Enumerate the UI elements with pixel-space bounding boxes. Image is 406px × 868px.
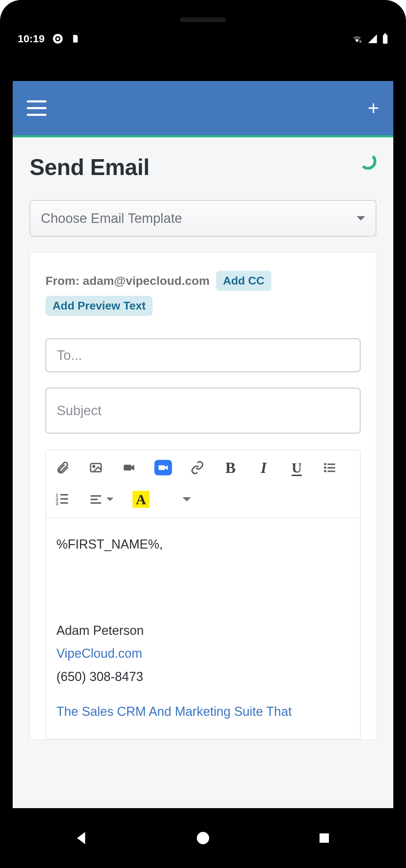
recents-button[interactable] bbox=[314, 828, 335, 849]
text-highlight-button[interactable]: A bbox=[133, 491, 149, 508]
compose-card: From: adam@vipecloud.com Add CC Add Prev… bbox=[30, 252, 376, 740]
app-header: + bbox=[13, 81, 393, 137]
svg-rect-17 bbox=[60, 494, 68, 495]
svg-rect-23 bbox=[91, 499, 98, 500]
signature-link[interactable]: VipeCloud.com bbox=[56, 646, 142, 661]
align-button[interactable] bbox=[88, 492, 104, 507]
image-icon[interactable] bbox=[88, 460, 104, 475]
svg-rect-4 bbox=[383, 35, 388, 44]
dnd-icon bbox=[53, 33, 63, 44]
svg-rect-22 bbox=[91, 495, 101, 497]
system-nav-bar bbox=[0, 808, 406, 868]
svg-point-12 bbox=[324, 467, 326, 469]
svg-text:x: x bbox=[359, 39, 362, 43]
highlight-dropdown-icon[interactable] bbox=[179, 492, 195, 507]
status-time: 10:19 bbox=[18, 33, 45, 45]
add-preview-text-button[interactable]: Add Preview Text bbox=[45, 296, 153, 316]
svg-rect-19 bbox=[60, 498, 68, 500]
to-field[interactable] bbox=[45, 338, 361, 372]
svg-text:3: 3 bbox=[56, 501, 58, 506]
svg-rect-26 bbox=[320, 833, 329, 843]
device-speaker bbox=[180, 18, 226, 22]
add-cc-button[interactable]: Add CC bbox=[216, 271, 271, 291]
signature-phone: (650) 308-8473 bbox=[56, 666, 350, 687]
app-viewport: + Send Email Choose Email Template From:… bbox=[13, 81, 393, 808]
subject-field[interactable] bbox=[45, 388, 361, 433]
svg-point-2 bbox=[56, 37, 59, 40]
italic-button[interactable]: I bbox=[256, 460, 271, 475]
zoom-meeting-icon[interactable] bbox=[154, 460, 172, 475]
numbered-list-button[interactable]: 123 bbox=[55, 492, 70, 507]
svg-rect-24 bbox=[91, 502, 101, 504]
wifi-icon: x bbox=[351, 33, 363, 44]
template-select-label: Choose Email Template bbox=[41, 211, 182, 226]
chevron-down-icon bbox=[357, 216, 365, 220]
signature-tagline[interactable]: The Sales CRM And Marketing Suite That bbox=[56, 704, 292, 719]
video-icon[interactable] bbox=[121, 460, 137, 475]
attachment-icon[interactable] bbox=[55, 460, 70, 475]
template-select[interactable]: Choose Email Template bbox=[30, 200, 376, 237]
svg-rect-21 bbox=[60, 502, 68, 504]
back-button[interactable] bbox=[71, 828, 92, 849]
svg-point-10 bbox=[324, 463, 326, 466]
svg-rect-5 bbox=[384, 33, 386, 35]
svg-rect-13 bbox=[327, 467, 335, 468]
svg-rect-15 bbox=[327, 470, 335, 472]
loading-spinner-icon bbox=[359, 153, 376, 170]
body-greeting: %FIRST_NAME%, bbox=[56, 533, 350, 555]
svg-point-14 bbox=[324, 470, 326, 473]
battery-icon bbox=[382, 33, 388, 44]
svg-point-7 bbox=[93, 466, 95, 467]
signature-name: Adam Peterson bbox=[56, 620, 350, 641]
svg-point-25 bbox=[197, 832, 209, 844]
link-icon[interactable] bbox=[190, 460, 205, 475]
cell-signal-icon bbox=[367, 33, 378, 44]
status-bar: 10:19 x bbox=[0, 7, 406, 49]
from-label: From: adam@vipecloud.com bbox=[45, 274, 210, 288]
svg-rect-11 bbox=[327, 463, 335, 465]
rich-text-editor: B I U 123 A bbox=[45, 450, 361, 739]
page-title: Send Email bbox=[30, 154, 149, 180]
bold-button[interactable]: B bbox=[223, 460, 238, 475]
svg-rect-9 bbox=[159, 465, 165, 470]
email-body[interactable]: %FIRST_NAME%, Adam Peterson VipeCloud.co… bbox=[46, 518, 360, 739]
add-button[interactable]: + bbox=[368, 98, 379, 118]
bullet-list-button[interactable] bbox=[322, 460, 338, 475]
home-button[interactable] bbox=[192, 828, 214, 849]
sd-card-icon bbox=[71, 33, 80, 44]
menu-icon[interactable] bbox=[27, 100, 47, 116]
underline-button[interactable]: U bbox=[289, 460, 304, 475]
editor-toolbar: B I U 123 A bbox=[46, 450, 360, 518]
svg-rect-8 bbox=[124, 465, 131, 471]
